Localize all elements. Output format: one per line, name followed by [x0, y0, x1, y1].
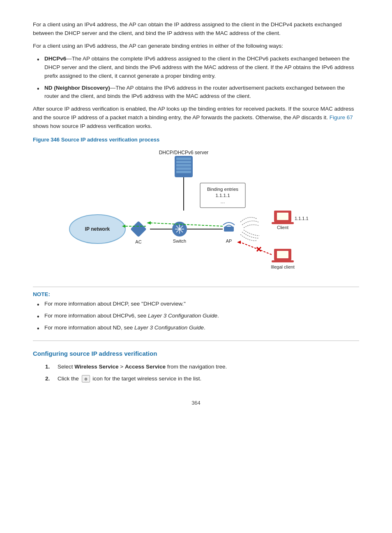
svg-text:AP: AP [226, 239, 232, 243]
step-1-text: Select Wireless Service > Access Service… [58, 363, 227, 371]
svg-rect-1 [176, 161, 191, 163]
figure-caption: Figure 346 Source IP address verificatio… [33, 137, 359, 143]
bullet-dhcpv6: DHCPv6—The AP obtains the complete IPv6 … [33, 55, 359, 81]
svg-text:Client: Client [277, 225, 288, 230]
ac-icon [130, 221, 147, 237]
page-content: For a client using an IPv4 address, the … [0, 0, 392, 431]
svg-rect-17 [272, 222, 294, 224]
svg-text:Binding entries: Binding entries [207, 187, 238, 192]
config-icon: ⚙ [82, 375, 90, 382]
step-2-num: 2. [45, 375, 53, 383]
svg-rect-18 [277, 213, 288, 220]
svg-rect-3 [176, 167, 191, 170]
step-1: 1. Select Wireless Service > Access Serv… [45, 363, 359, 371]
svg-rect-21 [272, 260, 294, 262]
note-item-1: For more information about DHCP, see "DH… [33, 300, 359, 308]
nd-separator: — [110, 85, 116, 91]
svg-marker-25 [147, 221, 151, 225]
wifi-signal-illegal [240, 234, 257, 241]
svg-rect-22 [277, 251, 288, 258]
note-list: For more information about DHCP, see "DH… [33, 300, 359, 332]
step-1-num: 1. [45, 363, 53, 371]
note-box: NOTE: For more information about DHCP, s… [33, 287, 359, 341]
section-heading: Configuring source IP address verificati… [33, 350, 359, 357]
figure-67-link[interactable]: Figure 67 [330, 114, 353, 121]
step-2: 2. Click the ⚙ icon for the target wirel… [45, 375, 359, 383]
dhcpv6-label: DHCPv6 [44, 56, 66, 62]
note-link-3[interactable]: Layer 3 Configuration Guide [134, 324, 204, 331]
bullet-list-ipv6: DHCPv6—The AP obtains the complete IPv6 … [33, 55, 359, 101]
svg-text:Illegal client: Illegal client [271, 264, 294, 269]
paragraph-ipv6-intro: For a client using an IPv6 address, the … [33, 42, 359, 51]
step-2-text: Click the ⚙ icon for the target wireless… [58, 375, 201, 383]
network-diagram: DHCP/DHCPv6 server Binding entries 1.1.1… [56, 147, 336, 278]
dhcp-server-label: DHCP/DHCPv6 server [159, 150, 209, 155]
arrow-illegal-blocked [240, 242, 272, 255]
wifi-signal-client [240, 218, 257, 222]
note-label: NOTE: [33, 291, 359, 297]
svg-rect-15 [224, 227, 234, 232]
dhcpv6-separator: — [66, 56, 72, 62]
note-item-2: For more information about DHCPv6, see L… [33, 312, 359, 320]
svg-marker-26 [237, 241, 241, 244]
note-item-3: For more information about ND, see Layer… [33, 324, 359, 332]
dhcpv6-text: The AP obtains the complete IPv6 address… [44, 56, 354, 79]
page-number: 364 [33, 400, 359, 406]
svg-text:…: … [220, 199, 225, 204]
diagram-container: DHCP/DHCPv6 server Binding entries 1.1.1… [33, 147, 359, 278]
arrow-binding-forward [151, 223, 223, 226]
svg-rect-4 [176, 171, 191, 173]
nd-label: ND (Neighbor Discovery) [44, 85, 110, 91]
svg-text:AC: AC [135, 239, 141, 244]
bullet-nd: ND (Neighbor Discovery)—The AP obtains t… [33, 84, 359, 101]
svg-text:Switch: Switch [173, 239, 186, 243]
note-link-2[interactable]: Layer 3 Configuration Guide [148, 313, 217, 319]
paragraph-ipv4: For a client using an IPv4 address, the … [33, 21, 359, 38]
svg-text:1.1.1.1: 1.1.1.1 [215, 193, 230, 198]
steps-container: 1. Select Wireless Service > Access Serv… [45, 363, 359, 383]
svg-text:IP network: IP network [85, 226, 110, 232]
svg-rect-0 [176, 158, 191, 160]
svg-text:1.1.1.1: 1.1.1.1 [295, 216, 309, 221]
paragraph-source-ip: After source IP address verification is … [33, 105, 359, 131]
svg-rect-2 [176, 164, 191, 167]
